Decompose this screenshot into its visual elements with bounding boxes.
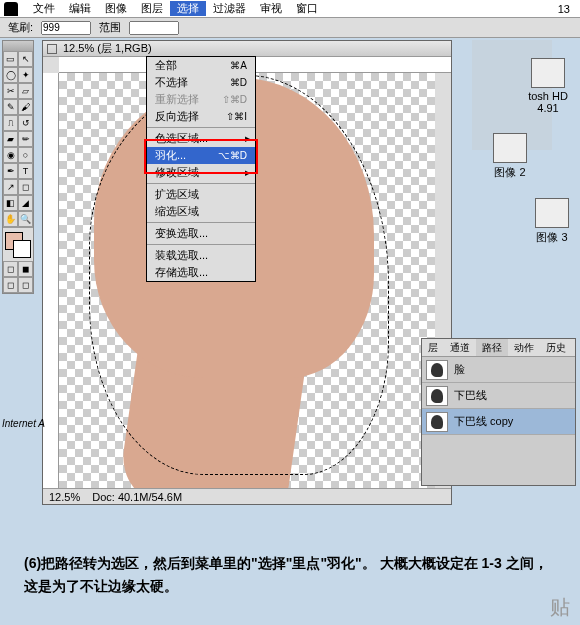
select-menu-dropdown: 全部⌘A不选择⌘D重新选择⇧⌘D反向选择⇧⌘I色选区域...▸羽化...⌥⌘D修…: [146, 56, 256, 282]
tutorial-caption: (6)把路径转为选区，然后到菜单里的"选择"里点"羽化"。 大概大概设定在 1-…: [0, 544, 580, 605]
tool-eraser[interactable]: ▰: [3, 131, 18, 147]
path-thumb-icon: [426, 360, 448, 380]
doc-titlebar[interactable]: 12.5% (层 1,RGB): [43, 41, 451, 57]
close-icon[interactable]: [47, 44, 57, 54]
doc-size: Doc: 40.1M/54.6M: [92, 491, 182, 503]
screen-1[interactable]: ◻: [3, 277, 18, 293]
tool-zoom[interactable]: 🔍: [18, 211, 33, 227]
menu-item: 重新选择⇧⌘D: [147, 91, 255, 108]
tab-channels[interactable]: 通道: [444, 339, 476, 356]
menu-item[interactable]: 色选区域...▸: [147, 130, 255, 147]
path-row[interactable]: 脸: [422, 357, 575, 383]
tool-crop[interactable]: ✂: [3, 83, 18, 99]
tool-wand[interactable]: ✦: [18, 67, 33, 83]
menu-file[interactable]: 文件: [26, 1, 62, 16]
tool-stamp[interactable]: ⎍: [3, 115, 18, 131]
path-thumb-icon: [426, 412, 448, 432]
background-color[interactable]: [13, 240, 31, 258]
ruler-vertical: [43, 73, 59, 488]
tool-shape[interactable]: ◻: [18, 179, 33, 195]
tool-lasso[interactable]: ◯: [3, 67, 18, 83]
screen-2[interactable]: ◻: [18, 277, 33, 293]
tab-actions[interactable]: 动作: [508, 339, 540, 356]
tool-blur[interactable]: ◉: [3, 147, 18, 163]
tool-dodge[interactable]: ○: [18, 147, 33, 163]
tool-path[interactable]: ↗: [3, 179, 18, 195]
menu-item[interactable]: 全部⌘A: [147, 57, 255, 74]
desktop-img3[interactable]: 图像 3: [530, 198, 574, 245]
toolbox-titlebar[interactable]: [3, 41, 33, 51]
tool-brush[interactable]: 🖌: [18, 99, 33, 115]
range-label: 范围: [99, 20, 121, 35]
apple-menu-icon[interactable]: [4, 2, 18, 16]
tool-history[interactable]: ↺: [18, 115, 33, 131]
menu-item[interactable]: 缩选区域: [147, 203, 255, 220]
tab-layers[interactable]: 层: [422, 339, 444, 356]
menu-item[interactable]: 羽化...⌥⌘D: [147, 147, 255, 164]
tool-marquee[interactable]: ▭: [3, 51, 18, 67]
menu-item[interactable]: 修改区域▸: [147, 164, 255, 181]
menu-view[interactable]: 审视: [253, 1, 289, 16]
menu-layer[interactable]: 图层: [134, 1, 170, 16]
menu-select[interactable]: 选择: [170, 1, 206, 16]
menubar-clock: 13: [558, 3, 576, 15]
tab-paths[interactable]: 路径: [476, 339, 508, 356]
path-row[interactable]: 下巴线: [422, 383, 575, 409]
tool-airbrush[interactable]: ✎: [3, 99, 18, 115]
tool-notes[interactable]: ◧: [3, 195, 18, 211]
menu-edit[interactable]: 编辑: [62, 1, 98, 16]
desktop-img2[interactable]: 图像 2: [488, 133, 532, 180]
tool-slice[interactable]: ▱: [18, 83, 33, 99]
tool-type[interactable]: T: [18, 163, 33, 179]
menu-item[interactable]: 反向选择⇧⌘I: [147, 108, 255, 125]
tool-pen[interactable]: ✒: [3, 163, 18, 179]
menu-item[interactable]: 装载选取...: [147, 247, 255, 264]
zoom-level[interactable]: 12.5%: [49, 491, 80, 503]
menu-filter[interactable]: 过滤器: [206, 1, 253, 16]
paths-panel: 层 通道 路径 动作 历史 脸 下巴线 下巴线 copy: [421, 338, 576, 486]
brush-label: 笔刷:: [8, 20, 33, 35]
path-row[interactable]: 下巴线 copy: [422, 409, 575, 435]
range-input[interactable]: [129, 21, 179, 35]
desktop-hd[interactable]: tosh HD: [526, 58, 570, 102]
menu-item[interactable]: 扩选区域: [147, 186, 255, 203]
tool-hand[interactable]: ✋: [3, 211, 18, 227]
mode-standard[interactable]: ◻: [3, 261, 18, 277]
menu-window[interactable]: 窗口: [289, 1, 325, 16]
tool-move[interactable]: ↖: [18, 51, 33, 67]
tool-eyedrop[interactable]: ◢: [18, 195, 33, 211]
path-thumb-icon: [426, 386, 448, 406]
menu-item[interactable]: 变换选取...: [147, 225, 255, 242]
internet-label: Internet A: [2, 418, 45, 429]
toolbox: ▭↖ ◯✦ ✂▱ ✎🖌 ⎍↺ ▰✏ ◉○ ✒T ↗◻ ◧◢ ✋🔍 ◻◼ ◻◻: [2, 40, 34, 294]
desktop-num[interactable]: 4.91: [526, 102, 570, 114]
doc-title: 12.5% (层 1,RGB): [63, 41, 152, 56]
menu-image[interactable]: 图像: [98, 1, 134, 16]
status-bar: 12.5% Doc: 40.1M/54.6M: [43, 488, 451, 504]
mode-quickmask[interactable]: ◼: [18, 261, 33, 277]
options-bar: 笔刷: 范围: [0, 18, 580, 38]
tab-history[interactable]: 历史: [540, 339, 572, 356]
menu-item[interactable]: 存储选取...: [147, 264, 255, 281]
footer-char: 贴: [550, 594, 570, 621]
brush-size-input[interactable]: [41, 21, 91, 35]
tool-pencil[interactable]: ✏: [18, 131, 33, 147]
menu-item[interactable]: 不选择⌘D: [147, 74, 255, 91]
